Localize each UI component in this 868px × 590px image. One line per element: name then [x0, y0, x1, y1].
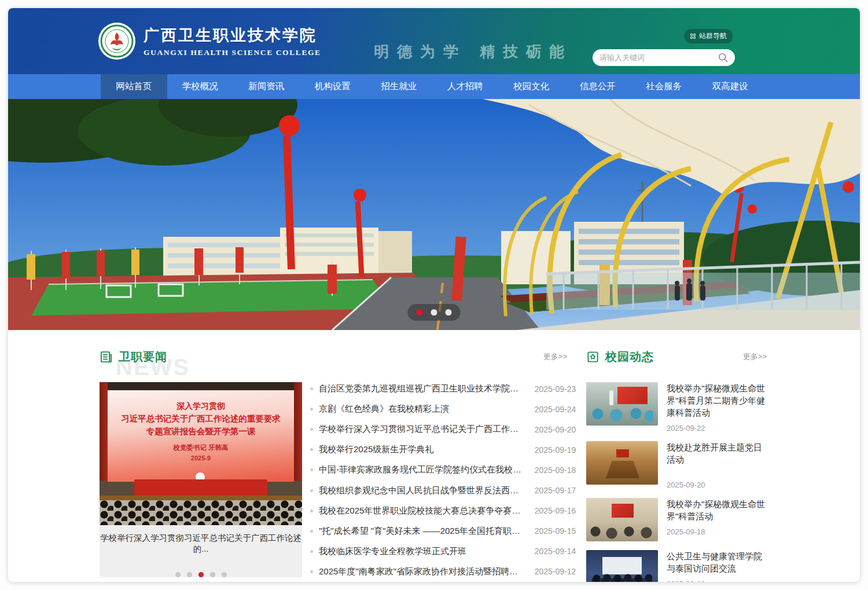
- campus-news-item[interactable]: 我校赴龙胜开展主题党日活动 2025-09-20: [586, 441, 767, 489]
- featured-news-caption[interactable]: 学校举行深入学习贯彻习近平总书记关于广西工作论述的...: [100, 533, 302, 555]
- bullet-icon: [310, 408, 313, 411]
- campus-news-thumbnail[interactable]: [586, 498, 658, 541]
- news-title[interactable]: 我校举行2025级新生开学典礼: [319, 444, 524, 455]
- school-name-en: GUANGXI HEALTH SCIENCE COLLEGE: [144, 48, 321, 57]
- nav-item-departments[interactable]: 机构设置: [300, 74, 366, 99]
- hero-dot-1[interactable]: [417, 309, 423, 316]
- school-brand[interactable]: 广西卫生职业技术学院 GUANGXI HEALTH SCIENCE COLLEG…: [98, 23, 321, 60]
- featured-image-curtain-left: [100, 382, 108, 481]
- search-input[interactable]: [599, 53, 718, 62]
- news-title[interactable]: 学校举行深入学习贯彻习近平总书记关于广西工作论述的...: [319, 424, 524, 435]
- news-row[interactable]: 自治区党委第九巡视组巡视广西卫生职业技术学院党委工... 2025-09-23: [310, 383, 576, 394]
- news-date: 2025-09-15: [535, 526, 576, 536]
- bullet-icon: [310, 387, 313, 390]
- featured-image-ceiling: [100, 382, 302, 390]
- news-row[interactable]: 学校举行深入学习贯彻习近平总书记关于广西工作论述的... 2025-09-20: [310, 424, 576, 435]
- campus-news-item[interactable]: 我校举办"探秘微观生命世界"科普月第二期青少年健康科普活动 2025-09-22: [586, 382, 767, 433]
- nav-item-admissions[interactable]: 招生就业: [366, 74, 432, 99]
- main-nav: 网站首页 学校概况 新闻资讯 机构设置 招生就业 人才招聘 校园文化 信息公开 …: [8, 74, 860, 99]
- star-badge-icon: [586, 350, 599, 364]
- nav-item-overview[interactable]: 学校概况: [167, 74, 234, 99]
- featured-dot-2[interactable]: [187, 572, 192, 577]
- news-title[interactable]: 我校在2025年世界职业院校技能大赛总决赛争夺赛勇夺"...: [319, 505, 524, 516]
- campus-more-link[interactable]: 更多>>: [743, 351, 767, 362]
- featured-news-image[interactable]: 深入学习贯彻 习近平总书记关于广西工作论述的重要要求 专题宣讲报告会暨开学第一课…: [100, 382, 302, 525]
- featured-dot-3[interactable]: [198, 572, 204, 577]
- site-group-nav-button[interactable]: 站群导航: [685, 29, 733, 43]
- presenter-figure: [609, 390, 613, 405]
- news-row[interactable]: 我校在2025年世界职业院校技能大赛总决赛争夺赛勇夺"... 2025-09-1…: [310, 505, 576, 516]
- campus-news-text: 我校赴龙胜开展主题党日活动 2025-09-20: [667, 441, 767, 489]
- school-logo[interactable]: [98, 23, 135, 60]
- nav-item-campus-culture[interactable]: 校园文化: [498, 74, 565, 99]
- featured-dot-1[interactable]: [175, 572, 181, 577]
- news-date: 2025-09-16: [535, 506, 576, 515]
- hero-campus-photo: [8, 99, 860, 330]
- hero-dot-3[interactable]: [446, 309, 452, 316]
- campus-news-title[interactable]: 公共卫生与健康管理学院与泰国访问团交流: [667, 550, 767, 574]
- news-title[interactable]: "托"成长希望 "育"美好未来 ——2025年全国托育职业技能...: [319, 526, 524, 537]
- slide-text-speaker: 校党委书记 牙韩高: [108, 444, 294, 452]
- news-title[interactable]: 自治区党委第九巡视组巡视广西卫生职业技术学院党委工...: [319, 383, 524, 394]
- campus-news-title[interactable]: 我校举办"探秘微观生命世界"科普活动: [667, 498, 767, 522]
- nav-item-social-service[interactable]: 社会服务: [631, 74, 697, 99]
- featured-image-floor: [100, 496, 302, 500]
- campus-news-thumbnail[interactable]: [586, 441, 658, 485]
- news-row[interactable]: 我校举行2025级新生开学典礼 2025-09-19: [310, 444, 576, 455]
- campus-news-date: 2025-09-18: [667, 527, 767, 536]
- main-content: NEWS 卫职要闻 更多>>: [8, 330, 860, 582]
- campus-news-text: 我校举办"探秘微观生命世界"科普月第二期青少年健康科普活动 2025-09-22: [667, 382, 767, 433]
- hero-carousel-dots: [408, 304, 461, 321]
- news-title[interactable]: 我校临床医学专业全程教学班正式开班: [319, 546, 524, 557]
- magnifier-icon[interactable]: [718, 53, 728, 63]
- campus-news-thumbnail[interactable]: [586, 382, 658, 426]
- campus-news-item[interactable]: 公共卫生与健康管理学院与泰国访问团交流 2025-09-13: [586, 550, 767, 582]
- hero-carousel: [8, 99, 860, 330]
- featured-dot-4[interactable]: [210, 572, 215, 577]
- nav-item-shuanggao[interactable]: 双高建设: [697, 74, 764, 99]
- news-title[interactable]: 我校组织参观纪念中国人民抗日战争暨世界反法西斯战争...: [319, 485, 524, 496]
- bullet-icon: [310, 428, 313, 431]
- bullet-icon: [310, 570, 313, 573]
- nav-item-info-disclosure[interactable]: 信息公开: [565, 74, 631, 99]
- featured-dot-5[interactable]: [222, 572, 227, 577]
- news-row[interactable]: "托"成长希望 "育"美好未来 ——2025年全国托育职业技能... 2025-…: [310, 526, 576, 537]
- newspaper-icon: [100, 350, 113, 364]
- bullet-icon: [310, 468, 313, 471]
- featured-image-screen: 深入学习贯彻 习近平总书记关于广西工作论述的重要要求 专题宣讲报告会暨开学第一课…: [108, 390, 294, 482]
- campus-section-header: 校园动态 更多>>: [586, 345, 767, 368]
- campus-news-title[interactable]: 我校赴龙胜开展主题党日活动: [667, 441, 767, 466]
- nav-item-home[interactable]: 网站首页: [101, 74, 167, 99]
- nav-item-recruitment[interactable]: 人才招聘: [432, 74, 499, 99]
- news-title[interactable]: 京剧《红色经典》在我校精彩上演: [319, 404, 524, 415]
- nav-item-news[interactable]: 新闻资讯: [233, 74, 300, 99]
- news-section-header: NEWS 卫职要闻 更多>>: [100, 345, 567, 368]
- campus-column: 校园动态 更多>> 我校举办"探秘微观生命世界"科普月第二期青少年健康科普活动 …: [586, 345, 767, 582]
- campus-news-thumbnail[interactable]: [586, 550, 658, 582]
- campus-news-date: 2025-09-20: [667, 481, 767, 489]
- school-title-block: 广西卫生职业技术学院 GUANGXI HEALTH SCIENCE COLLEG…: [144, 25, 321, 57]
- bullet-icon: [310, 530, 313, 533]
- bullet-icon: [310, 448, 313, 451]
- news-date: 2025-09-23: [535, 384, 576, 394]
- slide-text-line3: 专题宣讲报告会暨开学第一课: [108, 425, 294, 438]
- grid-icon: [690, 34, 696, 39]
- campus-news-item[interactable]: 我校举办"探秘微观生命世界"科普活动 2025-09-18: [586, 498, 767, 541]
- featured-carousel-dots: [100, 572, 302, 577]
- campus-news-text: 公共卫生与健康管理学院与泰国访问团交流 2025-09-13: [667, 550, 767, 582]
- hero-dot-2[interactable]: [431, 309, 437, 316]
- campus-news-title[interactable]: 我校举办"探秘微观生命世界"科普月第二期青少年健康科普活动: [667, 382, 767, 419]
- news-row[interactable]: 我校组织参观纪念中国人民抗日战争暨世界反法西斯战争... 2025-09-17: [310, 485, 576, 496]
- news-more-link[interactable]: 更多>>: [543, 351, 567, 362]
- news-row[interactable]: 2025年度"南粤家政"省际家政协作对接活动暨招聘会在我... 2025-09-…: [310, 566, 576, 577]
- bullet-icon: [310, 550, 313, 553]
- news-row[interactable]: 京剧《红色经典》在我校精彩上演 2025-09-24: [310, 404, 576, 415]
- news-row[interactable]: 我校临床医学专业全程教学班正式开班 2025-09-14: [310, 546, 576, 557]
- featured-news-card[interactable]: 深入学习贯彻 习近平总书记关于广西工作论述的重要要求 专题宣讲报告会暨开学第一课…: [100, 382, 302, 577]
- slide-text-line2: 习近平总书记关于广西工作论述的重要要求: [108, 412, 294, 425]
- news-title[interactable]: 2025年度"南粤家政"省际家政协作对接活动暨招聘会在我...: [319, 566, 524, 577]
- news-row[interactable]: 中国-菲律宾家政服务现代工匠学院签约仪式在我校举行 2025-09-18: [310, 464, 576, 475]
- news-section-title: 卫职要闻: [119, 349, 167, 365]
- news-date: 2025-09-17: [535, 486, 576, 495]
- news-title[interactable]: 中国-菲律宾家政服务现代工匠学院签约仪式在我校举行: [319, 464, 524, 475]
